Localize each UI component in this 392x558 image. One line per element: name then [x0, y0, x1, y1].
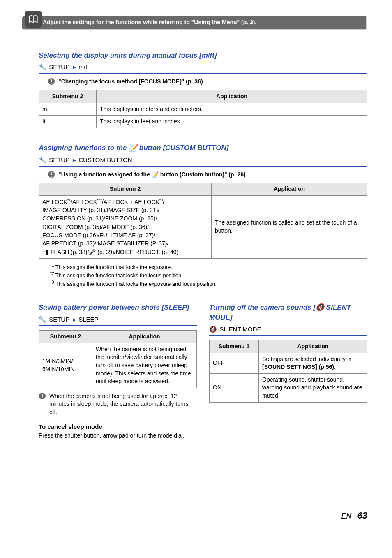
- breadcrumb-item: SETUP: [49, 63, 69, 70]
- custom-button-title: Assigning functions to the 📝 button [CUS…: [39, 143, 367, 153]
- mute-icon: 🔇: [209, 326, 217, 333]
- breadcrumb-item: CUSTOM BUTTON: [78, 156, 132, 163]
- breadcrumb-item: SETUP: [49, 156, 69, 163]
- svg-rect-7: [42, 394, 43, 396]
- cell: ON: [210, 373, 259, 402]
- page-footer: EN 63: [39, 509, 367, 522]
- cell: This displays in feet and inches.: [97, 116, 367, 128]
- cancel-sleep-head: To cancel sleep mode: [39, 422, 197, 431]
- col-header: Submenu 2: [39, 331, 92, 343]
- sleep-table: Submenu 2 Application 1MIN/3MIN/ 5MIN/10…: [39, 330, 197, 388]
- col-header: Application: [92, 331, 197, 343]
- breadcrumb-item: SLEEP: [78, 316, 98, 323]
- title-part: Turning off the camera sounds [: [209, 303, 316, 311]
- mute-icon: 🔇: [316, 303, 324, 311]
- silent-table: Submenu 1 Application OFF Settings are s…: [209, 340, 367, 403]
- cell-application: The assigned function is called and set …: [212, 195, 367, 258]
- sleep-title: Saving battery power between shots [SLEE…: [39, 303, 197, 313]
- cell-submenu2: AE LOCK*1/AF LOCK**2/AF LOCK + AE LOCK*3…: [39, 195, 212, 258]
- breadcrumb-sleep: 🔧 SETUP ▶ SLEEP: [39, 314, 197, 326]
- svg-point-5: [51, 176, 52, 176]
- table-row: ON Operating sound, shutter sound, warni…: [210, 373, 367, 402]
- instruction-banner: Adjust the settings for the functions wh…: [22, 16, 367, 30]
- breadcrumb-sep-icon: ▶: [73, 317, 76, 323]
- custom-button-glyph-icon: 📝: [129, 144, 137, 152]
- table-row: 1MIN/3MIN/ 5MIN/10MIN When the camera is…: [39, 343, 197, 388]
- cell: Operating sound, shutter sound, warning …: [259, 373, 367, 402]
- footnotes: *1 *1 This assigns the function that loc…: [50, 263, 367, 288]
- note-text: "Using a function assigned to the 📝 butt…: [58, 171, 246, 179]
- svg-point-2: [51, 83, 52, 84]
- svg-rect-4: [51, 172, 52, 175]
- col-header: Application: [212, 183, 367, 196]
- setup-icon: 🔧: [39, 316, 46, 323]
- col-header: Submenu 1: [210, 340, 259, 353]
- cell: Settings are selected individually in [S…: [259, 353, 367, 373]
- breadcrumb-item: SETUP: [49, 316, 69, 323]
- info-icon: [48, 171, 55, 178]
- svg-rect-1: [51, 79, 52, 82]
- setup-icon: 🔧: [39, 156, 46, 163]
- note-text: "Changing the focus method [FOCUS MODE]"…: [58, 78, 203, 86]
- breadcrumb-item: SILENT MODE: [219, 326, 261, 333]
- cell: This displays in meters and centimeters.: [97, 103, 367, 116]
- breadcrumb-sep-icon: ▶: [73, 64, 76, 70]
- cell: 1MIN/3MIN/ 5MIN/10MIN: [39, 343, 92, 388]
- cell: m: [39, 103, 97, 116]
- cell: OFF: [210, 353, 259, 373]
- breadcrumb-silent: 🔇 SILENT MODE: [209, 324, 367, 336]
- breadcrumb-custom-button: 🔧 SETUP ▶ CUSTOM BUTTON: [39, 155, 367, 167]
- cancel-sleep-body: Press the shutter button, arrow pad or t…: [39, 432, 197, 440]
- cell: When the camera is not being used, the m…: [92, 343, 197, 388]
- title-part: button [CUSTOM BUTTON]: [137, 144, 228, 152]
- table-row: ft This displays in feet and inches.: [39, 116, 367, 128]
- sleep-note: When the camera is not being used for ap…: [49, 392, 197, 417]
- table-row: m This displays in meters and centimeter…: [39, 103, 367, 116]
- page-number: 63: [357, 510, 367, 521]
- col-header: Submenu 2: [39, 90, 97, 103]
- table-row: OFF Settings are selected individually i…: [210, 353, 367, 373]
- cell: ft: [39, 116, 97, 128]
- info-icon: [39, 392, 46, 400]
- col-header: Submenu 2: [39, 183, 212, 196]
- breadcrumb-display-units: 🔧 SETUP ▶ m/ft: [39, 62, 367, 74]
- col-header: Application: [259, 340, 367, 353]
- book-icon: [25, 11, 42, 28]
- display-units-title: Selecting the display units during manua…: [39, 51, 367, 60]
- breadcrumb-item: m/ft: [78, 63, 89, 70]
- title-part: Assigning functions to the: [39, 144, 129, 152]
- silent-title: Turning off the camera sounds [🔇 SILENT …: [209, 303, 367, 322]
- setup-icon: 🔧: [39, 63, 46, 70]
- table-row: AE LOCK*1/AF LOCK**2/AF LOCK + AE LOCK*3…: [39, 195, 367, 258]
- bold-ref: [SOUND SETTINGS] (p.56): [262, 364, 334, 370]
- svg-point-8: [42, 397, 43, 398]
- lang-label: EN: [341, 512, 351, 520]
- breadcrumb-sep-icon: ▶: [73, 157, 76, 163]
- info-icon: [48, 78, 55, 85]
- display-units-table: Submenu 2 Application m This displays in…: [39, 90, 367, 128]
- custom-button-table: Submenu 2 Application AE LOCK*1/AF LOCK*…: [39, 183, 367, 259]
- col-header: Application: [97, 90, 367, 103]
